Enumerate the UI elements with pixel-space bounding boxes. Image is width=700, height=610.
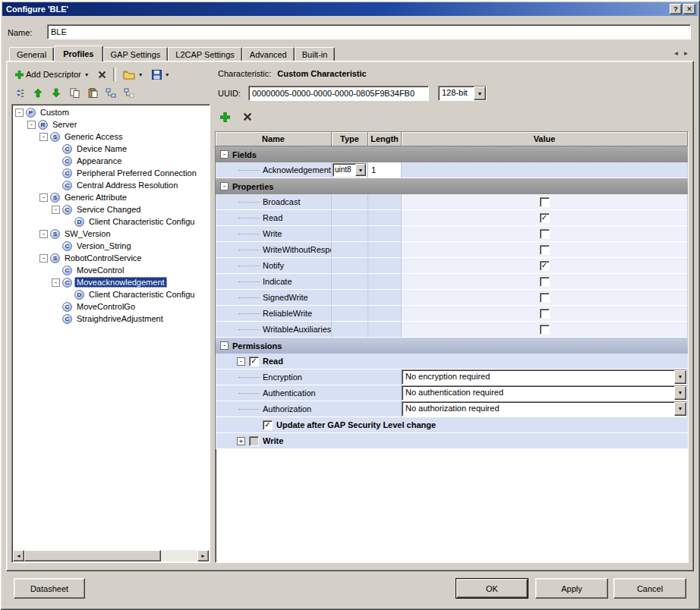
- property-value-cell[interactable]: ✓: [402, 210, 688, 226]
- tree-item[interactable]: CStraighdriveAdjustment: [14, 313, 208, 325]
- checkbox[interactable]: [540, 309, 550, 319]
- dropdown-arrow-icon[interactable]: ▼: [355, 164, 366, 176]
- section-header-properties[interactable]: -Properties: [216, 178, 688, 194]
- tab-l2cap-settings[interactable]: L2CAP Settings: [168, 47, 241, 61]
- datasheet-button[interactable]: Datasheet: [14, 578, 85, 599]
- paste-button[interactable]: [84, 85, 101, 100]
- save-dropdown-icon[interactable]: ▼: [164, 72, 170, 77]
- tree-expander-icon[interactable]: -: [39, 133, 48, 141]
- checkbox[interactable]: [540, 325, 550, 335]
- tree-expander-icon[interactable]: -: [39, 254, 48, 263]
- checkbox[interactable]: [249, 436, 259, 446]
- tree-item[interactable]: CCentral Address Resolution: [14, 179, 208, 191]
- save-button[interactable]: ▼: [148, 68, 174, 82]
- scroll-right-icon[interactable]: ►: [197, 550, 209, 561]
- dropdown-arrow-icon[interactable]: ▼: [674, 402, 686, 416]
- tree-item[interactable]: DClient Characteristic Configu: [14, 288, 208, 300]
- remove-node-button[interactable]: [121, 85, 137, 100]
- tree-item[interactable]: -SGeneric Access: [14, 130, 208, 143]
- column-header-type[interactable]: Type: [332, 132, 368, 146]
- permission-group-read[interactable]: -✓Read: [216, 354, 688, 369]
- section-header-permissions[interactable]: -Permissions: [216, 338, 688, 354]
- tree-item[interactable]: CPeripheral Preferred Connection: [14, 167, 208, 179]
- tab-gap-settings[interactable]: GAP Settings: [103, 47, 169, 61]
- scroll-thumb[interactable]: [24, 550, 161, 561]
- encryption-combo[interactable]: No encryption required▼: [402, 369, 687, 385]
- open-dropdown-icon[interactable]: ▼: [137, 72, 143, 77]
- authentication-combo[interactable]: No authentication required▼: [402, 385, 687, 401]
- field-value-cell[interactable]: [402, 162, 688, 178]
- checkbox[interactable]: [540, 197, 550, 207]
- checkbox[interactable]: ✓: [540, 213, 550, 223]
- property-value-cell[interactable]: [402, 242, 688, 258]
- section-expander-icon[interactable]: -: [220, 341, 229, 350]
- scroll-left-icon[interactable]: ◄: [13, 550, 24, 561]
- tree-item[interactable]: CDevice Name: [14, 143, 208, 155]
- tree-hscrollbar[interactable]: ◄ ►: [13, 550, 209, 561]
- add-descriptor-button[interactable]: Add Descriptor ▼: [11, 68, 93, 81]
- tree-item[interactable]: -SSW_Version: [14, 228, 208, 240]
- tree-expander-icon[interactable]: -: [39, 230, 48, 238]
- tree-expander-icon[interactable]: -: [15, 108, 24, 117]
- column-header-length[interactable]: Length: [368, 132, 402, 146]
- tree-expander-icon[interactable]: -: [52, 278, 60, 287]
- type-combo[interactable]: uint8▼: [333, 163, 367, 177]
- tab-scroll-right-icon[interactable]: ►: [681, 47, 691, 59]
- move-up-button[interactable]: [30, 85, 46, 100]
- section-expander-icon[interactable]: -: [220, 182, 229, 190]
- title-bar[interactable]: Configure 'BLE' ? ✕: [2, 2, 698, 16]
- field-name-cell[interactable]: Acknowledgement: [216, 162, 332, 178]
- checkbox[interactable]: [540, 245, 550, 255]
- tree-item[interactable]: CAppearance: [14, 155, 208, 167]
- add-descriptor-dropdown-icon[interactable]: ▼: [84, 72, 90, 77]
- tree-expander-icon[interactable]: -: [39, 193, 48, 202]
- tree-item[interactable]: CVersion_String: [14, 240, 208, 252]
- tree-item[interactable]: -SGeneric Attribute: [14, 191, 208, 203]
- checkbox[interactable]: ✓: [249, 357, 259, 366]
- dropdown-arrow-icon[interactable]: ▼: [674, 370, 686, 384]
- add-field-button[interactable]: [216, 109, 233, 124]
- property-value-cell[interactable]: [402, 274, 688, 290]
- property-value-cell[interactable]: [402, 322, 688, 338]
- name-input[interactable]: [47, 24, 691, 39]
- property-value-cell[interactable]: ✓: [402, 258, 688, 274]
- apply-button[interactable]: Apply: [535, 578, 608, 599]
- tree-item[interactable]: -CMoveacknowledgement: [14, 276, 208, 288]
- sort-button[interactable]: [11, 85, 28, 100]
- checkbox[interactable]: [540, 293, 550, 303]
- permission-expander-icon[interactable]: +: [237, 437, 245, 445]
- property-value-cell[interactable]: [402, 306, 688, 322]
- property-value-cell[interactable]: [402, 290, 688, 306]
- move-down-button[interactable]: [48, 85, 65, 100]
- copy-button[interactable]: [66, 85, 83, 100]
- column-header-name[interactable]: Name: [216, 132, 332, 146]
- tree-item[interactable]: CMoveControl: [14, 264, 208, 276]
- uuid-size-combo[interactable]: 128-bit ▼: [438, 86, 487, 101]
- permission-check-row[interactable]: ✓Update after GAP Security Level change: [216, 417, 688, 433]
- insert-node-button[interactable]: [102, 85, 119, 100]
- delete-field-button[interactable]: [239, 109, 256, 124]
- checkbox[interactable]: [540, 277, 550, 287]
- open-button[interactable]: ▼: [119, 68, 147, 82]
- field-length-cell[interactable]: 1: [368, 162, 402, 178]
- property-value-cell[interactable]: [402, 194, 688, 210]
- tree-item[interactable]: -SRobotControlService: [14, 252, 208, 264]
- tree-expander-icon[interactable]: -: [27, 121, 36, 129]
- ok-button[interactable]: OK: [456, 578, 528, 599]
- tab-scroll-left-icon[interactable]: ◄: [671, 47, 681, 59]
- section-header-fields[interactable]: -Fields: [216, 146, 688, 162]
- field-type-cell[interactable]: uint8▼: [332, 162, 368, 178]
- uuid-size-dropdown-icon[interactable]: ▼: [474, 86, 486, 100]
- tree-item[interactable]: -RServer: [14, 118, 208, 130]
- tree-item[interactable]: DClient Characteristic Configu: [14, 215, 208, 228]
- permission-group-write[interactable]: +Write: [216, 433, 688, 449]
- checkbox[interactable]: [540, 229, 550, 239]
- section-expander-icon[interactable]: -: [220, 150, 229, 159]
- close-button[interactable]: ✕: [683, 4, 695, 14]
- checkbox[interactable]: ✓: [263, 420, 273, 430]
- permission-expander-icon[interactable]: -: [237, 357, 245, 366]
- property-value-cell[interactable]: [402, 226, 688, 242]
- cancel-button[interactable]: Cancel: [613, 578, 686, 599]
- checkbox[interactable]: ✓: [540, 261, 550, 271]
- tree-item[interactable]: CMoveControlGo: [14, 300, 208, 313]
